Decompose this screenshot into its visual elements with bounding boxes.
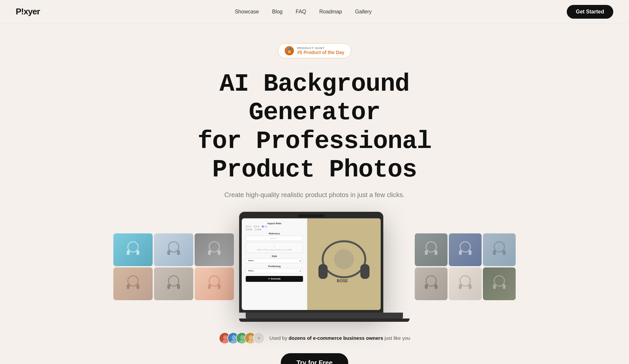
svg-point-22: [334, 249, 354, 269]
svg-point-26: [460, 242, 470, 252]
side-image-11: [449, 267, 482, 300]
svg-point-38: [494, 276, 505, 286]
logo-text: P!xyer: [16, 7, 40, 16]
laptop-preview: BOSE: [307, 218, 381, 310]
svg-rect-33: [425, 284, 428, 289]
radio-4-3: 4:3: [262, 226, 267, 228]
left-side-images: [113, 233, 234, 300]
svg-rect-34: [435, 284, 438, 289]
side-image-5: [154, 267, 193, 300]
positioning-select[interactable]: Select...▾: [246, 268, 303, 273]
get-started-button[interactable]: Get Started: [567, 5, 613, 19]
laptop-screen: Aspect Ratio 1:1 3:4 4:3: [242, 218, 381, 310]
aspect-ratio-label: Aspect Ratio: [246, 222, 303, 225]
radio-9-16: 9:16: [246, 228, 252, 230]
svg-rect-36: [459, 284, 462, 289]
svg-rect-11: [137, 284, 140, 289]
svg-point-32: [426, 276, 436, 286]
svg-rect-8: [218, 250, 221, 255]
side-image-3: [195, 233, 234, 266]
svg-rect-40: [503, 284, 506, 289]
svg-rect-20: [360, 264, 370, 279]
side-image-12: [483, 267, 516, 300]
svg-point-12: [168, 276, 179, 286]
svg-rect-5: [177, 250, 180, 255]
upload-area: ↑ JPEG or PNG, at least 512x512, up to 5…: [246, 242, 303, 253]
medal-icon: 🏅: [285, 46, 294, 55]
svg-rect-27: [459, 250, 462, 255]
radio-3-4: 3:4: [254, 226, 259, 228]
style-label: Style: [246, 255, 303, 257]
social-proof-text: Used by dozens of e-commerce business ow…: [269, 335, 410, 341]
style-select[interactable]: Select...▾: [246, 258, 303, 263]
nav-item-gallery[interactable]: Gallery: [355, 9, 372, 15]
side-image-9: [483, 233, 516, 266]
ph-label: PRODUCT HUNT: [297, 46, 325, 50]
svg-point-29: [494, 242, 505, 252]
svg-point-35: [460, 276, 470, 286]
svg-rect-28: [469, 250, 472, 255]
side-image-8: [449, 233, 482, 266]
svg-rect-30: [493, 250, 496, 255]
laptop-base: [246, 313, 403, 318]
svg-rect-39: [493, 284, 496, 289]
svg-point-23: [426, 242, 436, 252]
generate-button[interactable]: ✦ Generate: [246, 276, 303, 282]
headline-line1: AI Background Generator: [219, 70, 410, 127]
laptop-mockup: Aspect Ratio 1:1 3:4 4:3: [239, 212, 410, 322]
svg-rect-37: [469, 284, 472, 289]
side-image-7: [415, 233, 448, 266]
reference-label: Reference: [246, 232, 303, 235]
nav-links: Showcase Blog FAQ Roadmap Gallery: [235, 9, 372, 15]
svg-rect-19: [318, 264, 328, 279]
svg-point-51: [249, 335, 253, 340]
side-image-4: [113, 267, 153, 300]
logo[interactable]: P!xyer: [16, 7, 40, 17]
radio-16-9: 16:9: [255, 228, 261, 230]
radio-1-1: 1:1: [246, 226, 251, 228]
ph-text-group: PRODUCT HUNT #5 Product of the Day: [297, 46, 344, 55]
svg-rect-24: [425, 250, 428, 255]
try-for-free-button[interactable]: Try for Free: [281, 353, 348, 364]
svg-rect-14: [177, 284, 180, 289]
positioning-label: Positioning: [246, 265, 303, 267]
side-image-2: [154, 233, 193, 266]
svg-point-45: [232, 335, 236, 340]
svg-rect-16: [208, 284, 211, 289]
svg-rect-7: [208, 250, 211, 255]
nav-item-showcase[interactable]: Showcase: [235, 9, 259, 15]
svg-rect-2: [137, 250, 140, 255]
social-proof: + Used by dozens of e-commerce business …: [219, 332, 410, 344]
svg-rect-25: [435, 250, 438, 255]
avatar-group: +: [219, 332, 265, 344]
svg-rect-10: [127, 284, 130, 289]
side-image-10: [415, 267, 448, 300]
svg-rect-31: [503, 250, 506, 255]
side-image-1: [113, 233, 153, 266]
svg-point-15: [209, 276, 219, 286]
side-image-6: [195, 267, 234, 300]
svg-point-42: [223, 335, 228, 340]
nav-item-roadmap[interactable]: Roadmap: [319, 9, 342, 15]
right-side-images: [415, 233, 516, 300]
svg-point-0: [128, 242, 138, 252]
svg-point-48: [240, 335, 245, 340]
svg-text:BOSE: BOSE: [337, 279, 348, 283]
hero-headline: AI Background Generator for Professional…: [174, 70, 455, 185]
svg-rect-13: [167, 284, 170, 289]
nav-item-faq[interactable]: FAQ: [296, 9, 306, 15]
svg-rect-17: [218, 284, 221, 289]
laptop-bottom: [239, 318, 410, 322]
svg-point-3: [168, 242, 179, 252]
avatar-plus: +: [253, 332, 265, 344]
svg-rect-4: [167, 250, 170, 255]
nav-item-blog[interactable]: Blog: [272, 9, 282, 15]
svg-point-6: [209, 242, 219, 252]
svg-rect-1: [127, 250, 130, 255]
product-hunt-badge[interactable]: 🏅 PRODUCT HUNT #5 Product of the Day: [278, 43, 351, 58]
navbar: P!xyer Showcase Blog FAQ Roadmap Gallery…: [0, 0, 629, 24]
laptop-panel: Aspect Ratio 1:1 3:4 4:3: [242, 218, 307, 310]
hero-section: 🏅 PRODUCT HUNT #5 Product of the Day AI …: [0, 24, 629, 364]
ph-product-text: #5 Product of the Day: [297, 50, 344, 55]
svg-point-9: [128, 276, 138, 286]
